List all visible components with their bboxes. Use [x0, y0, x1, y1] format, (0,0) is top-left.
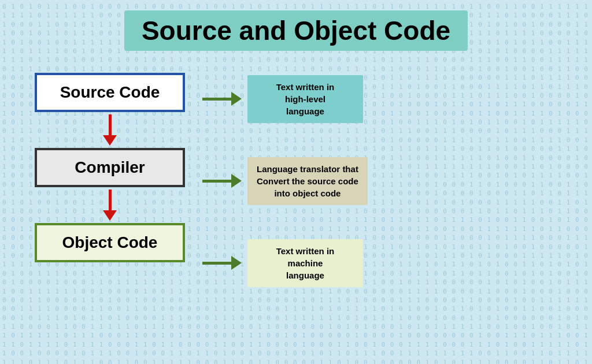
spacer-2: [202, 207, 575, 237]
arrow-head-2: [103, 210, 117, 221]
page-title: Source and Object Code: [142, 15, 450, 46]
arrow-head-1: [103, 135, 117, 146]
compiler-description-text: Language translator thatConvert the sour…: [257, 164, 358, 198]
arrow-right-shaft-3: [202, 262, 231, 265]
source-code-box: Source Code: [35, 73, 185, 112]
arrow-source-to-compiler: [103, 114, 117, 146]
spacer-1: [202, 125, 575, 155]
object-code-box: Object Code: [35, 223, 185, 262]
object-description-text: Text written inmachinelanguage: [276, 246, 335, 280]
left-column: Source Code Compiler Object Code: [17, 67, 202, 262]
compiler-description-box: Language translator thatConvert the sour…: [247, 157, 368, 205]
arrow-right-source: [202, 92, 242, 106]
diagram: Source Code Compiler Object Code: [17, 67, 575, 354]
object-code-label: Object Code: [62, 233, 158, 252]
arrow-right-shaft-2: [202, 180, 231, 183]
arrow-right-head-2: [231, 174, 242, 188]
right-column: Text written inhigh-levellanguage Langua…: [202, 67, 575, 289]
compiler-label: Compiler: [75, 158, 145, 177]
arrow-right-head-3: [231, 256, 242, 270]
arrow-compiler-to-object: [103, 190, 117, 221]
arrow-right-compiler: [202, 174, 242, 188]
title-box: Source and Object Code: [124, 10, 468, 51]
source-description-box: Text written inhigh-levellanguage: [247, 75, 363, 123]
arrow-right-object: [202, 256, 242, 270]
source-code-label: Source Code: [60, 83, 160, 102]
object-description-box: Text written inmachinelanguage: [247, 239, 363, 287]
object-desc-row: Text written inmachinelanguage: [202, 237, 575, 289]
arrow-right-shaft-1: [202, 98, 231, 101]
arrow-right-head-1: [231, 92, 242, 106]
source-description-text: Text written inhigh-levellanguage: [276, 82, 335, 116]
source-desc-row: Text written inhigh-levellanguage: [202, 73, 575, 125]
compiler-desc-row: Language translator thatConvert the sour…: [202, 155, 575, 207]
arrow-shaft-1: [109, 114, 112, 135]
arrow-shaft-2: [109, 190, 112, 210]
compiler-box: Compiler: [35, 148, 185, 187]
